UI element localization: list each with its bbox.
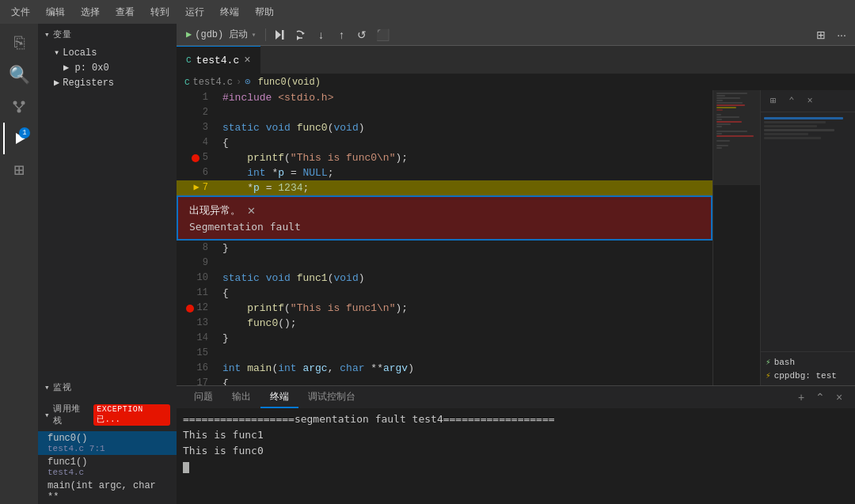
- svg-point-2: [17, 109, 21, 113]
- gutter-10: 10: [177, 271, 216, 286]
- scm-icon[interactable]: [3, 91, 35, 123]
- tab-close-button[interactable]: ×: [244, 54, 250, 66]
- panel-add-button[interactable]: +: [793, 389, 809, 405]
- search-icon[interactable]: 🔍: [3, 59, 35, 91]
- preview-line: [764, 133, 808, 135]
- callstack-item-2[interactable]: main(int argc, char **: [38, 479, 177, 504]
- continue-button[interactable]: [271, 26, 288, 44]
- registers-item[interactable]: ▶ Registers: [38, 75, 177, 90]
- debug-icon[interactable]: 1: [3, 123, 35, 154]
- breakpoint-5[interactable]: [192, 154, 200, 162]
- line-content-10: static void func1(void): [216, 271, 365, 286]
- p-var-item[interactable]: ▶ p: 0x0: [38, 60, 177, 75]
- locals-label: Locals: [63, 47, 97, 59]
- code-line-11: 11 {: [177, 286, 712, 301]
- line-content-14: }: [216, 331, 229, 346]
- tab-terminal[interactable]: 终端: [260, 386, 298, 408]
- line-content-13: func0();: [216, 316, 297, 331]
- callstack-name-0: func0(): [48, 433, 170, 444]
- breakpoint-12[interactable]: [186, 305, 194, 313]
- stepout-button[interactable]: ↑: [332, 26, 350, 44]
- terminal-line-2: This is func1: [183, 427, 849, 443]
- menu-run[interactable]: 运行: [182, 4, 207, 21]
- code-line-13: 13 func0();: [177, 316, 712, 331]
- line-content-1: #include <stdio.h>: [216, 90, 333, 105]
- callstack-item-0[interactable]: func0() test4.c 7:1: [38, 431, 177, 455]
- code-line-8: 8 }: [177, 241, 712, 256]
- watch-header[interactable]: ▾ 监视: [38, 377, 177, 398]
- tab-filetype-icon: C: [186, 55, 192, 65]
- stepinto-button[interactable]: ↓: [312, 26, 329, 44]
- chevron-right-icon-watch: ▾: [44, 382, 50, 392]
- call-stack-section: ▾ 调用堆栈 EXCEPTION 已... func0() test4.c 7:…: [38, 398, 177, 504]
- panel-chevron-up-button[interactable]: ⌃: [812, 389, 828, 405]
- line-content-17: {: [216, 376, 229, 385]
- extensions-icon[interactable]: ⊞: [3, 154, 35, 186]
- sidebar-spacer: [38, 90, 177, 377]
- gutter-4: 4: [177, 135, 216, 150]
- menu-file[interactable]: 文件: [8, 4, 33, 21]
- locals-item[interactable]: ▾ Locals: [38, 45, 177, 60]
- right-panel-chevron-up[interactable]: ⌃: [784, 93, 799, 108]
- menu-terminal[interactable]: 终端: [217, 4, 242, 21]
- menu-select[interactable]: 选择: [78, 4, 103, 21]
- cppdebg-terminal-item[interactable]: ⚡ cppdbg: test: [766, 369, 850, 382]
- tab-test4c[interactable]: C test4.c ×: [177, 46, 260, 74]
- tab-problems[interactable]: 问题: [184, 386, 222, 408]
- activity-bar: ⎘ 🔍 1 ⊞: [0, 24, 38, 504]
- layout-button[interactable]: ⊞: [812, 26, 830, 44]
- right-panel-tabs: ⊞ ⌃ ×: [761, 90, 855, 112]
- right-panel-close[interactable]: ×: [802, 94, 817, 108]
- cppdebg-label: cppdbg: test: [774, 371, 837, 381]
- code-line-7: ▶ 7 *p = 1234;: [177, 180, 712, 195]
- breadcrumb-function[interactable]: func0(void): [258, 77, 321, 88]
- stepover-button[interactable]: [291, 26, 309, 44]
- tab-label: test4.c: [196, 55, 240, 66]
- stop-button[interactable]: ⬛: [374, 26, 391, 44]
- restart-button[interactable]: ↺: [353, 26, 370, 44]
- more-button[interactable]: ···: [833, 26, 850, 44]
- menu-edit[interactable]: 编辑: [43, 4, 68, 21]
- code-line-4: 4 {: [177, 135, 712, 150]
- bash-terminal-item[interactable]: ⚡ bash: [766, 355, 850, 369]
- menu-view[interactable]: 查看: [112, 4, 138, 21]
- breadcrumb: C test4.c › ⊙ func0(void): [177, 74, 855, 90]
- menu-help[interactable]: 帮助: [252, 4, 277, 21]
- gutter-2: 2: [177, 105, 216, 120]
- sidebar: ▾ 变量 ▾ Locals ▶ p: 0x0 ▶ Registers ▾ 监视: [38, 24, 177, 504]
- menu-goto[interactable]: 转到: [147, 4, 173, 21]
- terminal-line-3: This is func0: [183, 443, 849, 459]
- editor-scroll[interactable]: 1 #include <stdio.h> 2 3: [177, 90, 712, 385]
- line-content-2: [216, 105, 229, 120]
- explorer-icon[interactable]: ⎘: [3, 28, 35, 59]
- terminal-content[interactable]: ==================segmentation fault tes…: [177, 408, 855, 504]
- watch-section: ▾ 监视: [38, 377, 177, 398]
- tab-debug-console[interactable]: 调试控制台: [298, 386, 365, 408]
- breadcrumb-file[interactable]: test4.c: [193, 77, 233, 88]
- gutter-12: 12: [177, 301, 216, 316]
- exception-close-button[interactable]: ✕: [247, 205, 256, 217]
- callstack-file-1: test4.c: [48, 468, 170, 477]
- svg-point-1: [21, 101, 25, 105]
- panel-close-button[interactable]: ×: [831, 389, 847, 405]
- dropdown-icon: ▾: [251, 30, 256, 40]
- code-line-2: 2: [177, 105, 712, 120]
- gutter-16: 16: [177, 361, 216, 376]
- debug-badge: 1: [19, 127, 30, 138]
- call-stack-header[interactable]: ▾ 调用堆栈 EXCEPTION 已...: [38, 398, 177, 431]
- editor-area: ▶ (gdb) 启动 ▾ ↓ ↑ ↺ ⬛ ⊞ ··· C test4.: [177, 24, 855, 504]
- tab-output[interactable]: 输出: [222, 386, 260, 408]
- menu-bar: 文件 编辑 选择 查看 转到 运行 终端 帮助: [8, 4, 277, 21]
- callstack-item-1[interactable]: func1() test4.c: [38, 455, 177, 479]
- right-panel-more[interactable]: ⊞: [766, 93, 781, 108]
- terminal-line-1: ==================segmentation fault tes…: [183, 411, 849, 427]
- gutter-11: 11: [177, 286, 216, 301]
- line-content-8: }: [216, 241, 229, 256]
- breadcrumb-separator: ›: [236, 77, 241, 88]
- right-panel-content: [761, 112, 855, 351]
- bash-status-icon: ⚡: [766, 357, 771, 367]
- call-stack-label: 调用堆栈: [53, 403, 87, 426]
- variables-header[interactable]: ▾ 变量: [38, 24, 177, 45]
- variables-label: 变量: [53, 28, 71, 40]
- exception-badge: EXCEPTION 已...: [93, 404, 170, 426]
